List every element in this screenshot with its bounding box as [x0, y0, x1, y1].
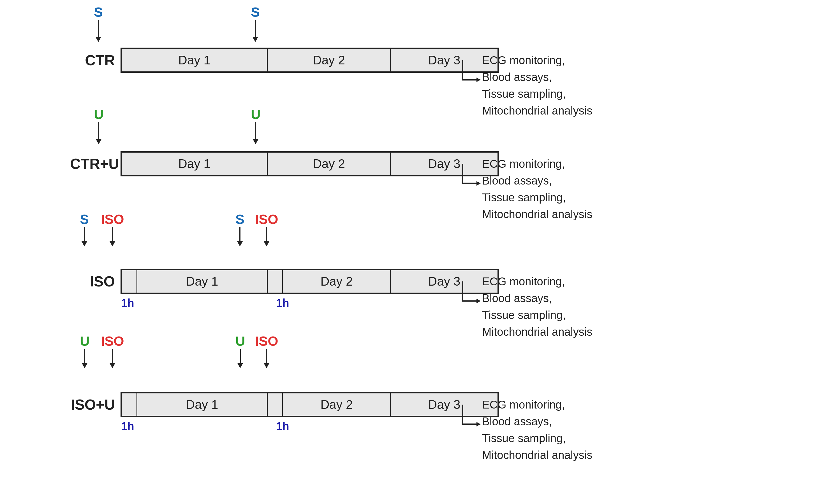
isou-iso2-arrow: [264, 349, 269, 368]
iso-blood: Blood assays,: [482, 290, 593, 307]
iso-day3: Day 3: [391, 270, 497, 293]
ctru-row: CTR+U Day 1 Day 2 Day 3: [70, 151, 499, 176]
isou-mito: Mitochondrial analysis: [482, 447, 593, 463]
isou-u2-arrow: [237, 349, 243, 368]
ctr-outcome: ECG monitoring, Blood assays, Tissue sam…: [482, 52, 593, 119]
ctr-s2-label: S: [251, 5, 260, 19]
isou-group-label: ISO+U: [70, 396, 121, 413]
ctr-s1-injection: S: [94, 5, 103, 42]
ctru-u1-arrow: [96, 122, 101, 144]
iso-iso1-label: ISO: [101, 213, 124, 226]
ctru-tissue: Tissue sampling,: [482, 189, 593, 206]
isou-u1-label: U: [80, 335, 90, 348]
isou-iso2-label: ISO: [255, 335, 278, 348]
ctru-outcome: ECG monitoring, Blood assays, Tissue sam…: [482, 156, 593, 222]
isou-seg2: [268, 393, 283, 416]
iso-ecg: ECG monitoring,: [482, 273, 593, 290]
isou-1h-1: 1h: [121, 420, 134, 433]
isou-day3: Day 3: [391, 393, 497, 416]
svg-marker-1: [477, 181, 481, 186]
ctr-mito: Mitochondrial analysis: [482, 102, 593, 119]
isou-timeline: Day 1 Day 2 Day 3: [121, 392, 499, 417]
iso-s2-arrow: [237, 227, 243, 247]
iso-connector: [462, 282, 479, 304]
ctru-u2-label: U: [251, 108, 261, 121]
ctr-group-label: CTR: [70, 52, 121, 69]
iso-row: ISO Day 1 Day 2 Day 3: [70, 269, 499, 294]
ctru-u2-arrow: [253, 122, 258, 144]
ctr-blood: Blood assays,: [482, 69, 593, 85]
ctr-day2: Day 2: [268, 49, 391, 71]
ctr-s1-label: S: [94, 5, 103, 19]
iso-iso2-injection: ISO: [255, 213, 278, 247]
iso-day2: Day 2: [283, 270, 391, 293]
ctru-timeline: Day 1 Day 2 Day 3: [121, 151, 499, 176]
iso-seg1: [122, 270, 137, 293]
ctru-ecg: ECG monitoring,: [482, 156, 593, 172]
isou-1h-2: 1h: [276, 420, 289, 433]
ctr-day3: Day 3: [391, 49, 497, 71]
isou-ecg: ECG monitoring,: [482, 396, 593, 413]
iso-s2-injection: S: [236, 213, 244, 247]
iso-s1-injection: S: [80, 213, 89, 247]
ctr-s1-arrow: [96, 20, 101, 42]
iso-day1: Day 1: [137, 270, 268, 293]
ctr-row: CTR Day 1 Day 2 Day 3: [70, 48, 499, 73]
isou-day1: Day 1: [137, 393, 268, 416]
isou-tissue: Tissue sampling,: [482, 430, 593, 447]
ctru-u1-label: U: [94, 108, 104, 121]
ctru-mito: Mitochondrial analysis: [482, 206, 593, 222]
ctr-s2-arrow: [253, 20, 258, 42]
iso-iso1-arrow: [109, 227, 115, 247]
iso-group-label: ISO: [70, 273, 121, 290]
isou-row: ISO+U Day 1 Day 2 Day 3: [70, 392, 499, 417]
ctru-group-label: CTR+U: [70, 156, 121, 172]
iso-outcome: ECG monitoring, Blood assays, Tissue sam…: [482, 273, 593, 340]
iso-1h-2: 1h: [276, 297, 289, 309]
isou-day2: Day 2: [283, 393, 391, 416]
ctru-connector: [462, 164, 479, 186]
diagram-container: S S CTR Day 1 Day 2 Day 3 ECG monitoring…: [0, 0, 840, 504]
iso-iso1-injection: ISO: [101, 213, 124, 247]
ctr-tissue: Tissue sampling,: [482, 85, 593, 102]
ctru-blood: Blood assays,: [482, 172, 593, 189]
iso-timeline: Day 1 Day 2 Day 3: [121, 269, 499, 294]
isou-seg1: [122, 393, 137, 416]
iso-mito: Mitochondrial analysis: [482, 323, 593, 340]
iso-tissue: Tissue sampling,: [482, 307, 593, 323]
ctru-day1: Day 1: [122, 152, 268, 175]
ctr-day1: Day 1: [122, 49, 268, 71]
ctr-s2-injection: S: [251, 5, 260, 42]
iso-s1-arrow: [82, 227, 87, 247]
isou-u1-arrow: [82, 349, 87, 368]
ctr-connector: [462, 60, 479, 83]
ctru-u2-injection: U: [251, 108, 261, 144]
isou-u1-injection: U: [80, 335, 90, 368]
iso-iso2-arrow: [264, 227, 269, 247]
isou-u2-label: U: [236, 335, 245, 348]
isou-iso1-arrow: [109, 349, 115, 368]
ctru-day2: Day 2: [268, 152, 391, 175]
iso-s2-label: S: [236, 213, 244, 226]
isou-u2-injection: U: [236, 335, 245, 368]
ctr-timeline: Day 1 Day 2 Day 3: [121, 48, 499, 73]
svg-marker-3: [477, 422, 481, 427]
isou-connector: [462, 404, 479, 427]
iso-s1-label: S: [80, 213, 89, 226]
iso-seg2: [268, 270, 283, 293]
isou-blood: Blood assays,: [482, 413, 593, 430]
ctru-day3: Day 3: [391, 152, 497, 175]
isou-outcome: ECG monitoring, Blood assays, Tissue sam…: [482, 396, 593, 463]
iso-1h-1: 1h: [121, 297, 134, 309]
svg-marker-2: [477, 299, 481, 303]
svg-marker-0: [477, 77, 481, 82]
iso-iso2-label: ISO: [255, 213, 278, 226]
ctr-ecg: ECG monitoring,: [482, 52, 593, 69]
isou-iso2-injection: ISO: [255, 335, 278, 368]
isou-iso1-label: ISO: [101, 335, 124, 348]
ctru-u1-injection: U: [94, 108, 104, 144]
isou-iso1-injection: ISO: [101, 335, 124, 368]
